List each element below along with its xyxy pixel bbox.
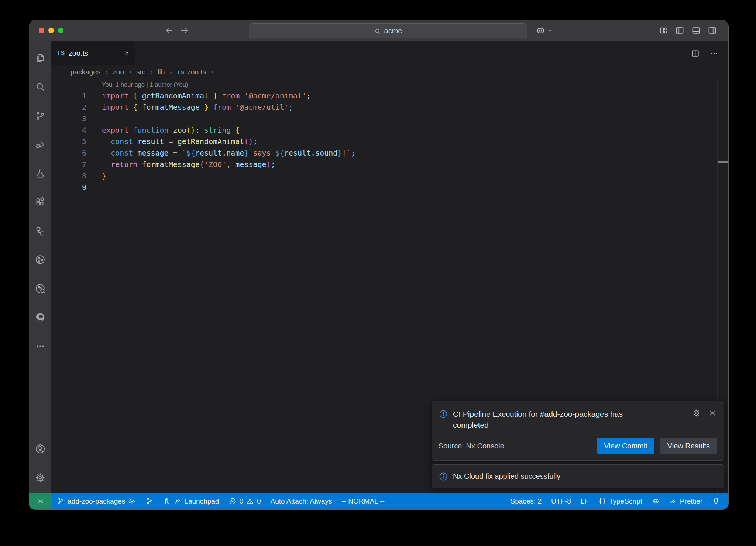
toggle-panel-icon[interactable] (691, 25, 701, 35)
accounts-icon (35, 443, 46, 454)
customize-layout-icon[interactable] (659, 25, 669, 35)
explorer-icon (35, 52, 46, 64)
toggle-primary-sidebar-icon[interactable] (675, 25, 685, 35)
eol-item[interactable]: LF (576, 493, 594, 509)
close-notification-icon[interactable] (708, 409, 717, 417)
activity-item-search[interactable] (29, 72, 51, 101)
activity-item-explorer[interactable] (29, 44, 51, 72)
notification-source: Source: Nx Console (439, 442, 504, 450)
language-item[interactable]: {}TypeScript (594, 493, 647, 509)
encoding-item[interactable]: UTF-8 (546, 493, 576, 509)
code-line-7[interactable]: 7 return formatMessage('ZOO', message); (51, 159, 728, 170)
forward-arrow-icon[interactable] (180, 26, 189, 35)
more-actions-icon[interactable] (709, 49, 719, 58)
gitlens-blame-annotation[interactable]: You, 1 hour ago | 1 author (You) (51, 79, 728, 90)
code-line-1[interactable]: 1import { getRandomAnimal } from '@acme/… (51, 90, 728, 102)
chevron-down-icon (547, 28, 553, 34)
notification-message: CI Pipeline Execution for #add-zoo-packa… (453, 409, 654, 431)
commit-graph-icon (145, 497, 153, 505)
line-number[interactable]: 8 (51, 170, 86, 182)
line-number[interactable]: 9 (51, 182, 86, 193)
split-editor-icon[interactable] (691, 49, 700, 58)
line-number[interactable]: 5 (51, 136, 86, 147)
breadcrumb-item-zoo[interactable]: zoo (113, 68, 124, 76)
toggle-secondary-sidebar-icon[interactable] (707, 25, 717, 35)
code-line-3[interactable]: 3 (51, 113, 728, 124)
line-number[interactable]: 7 (51, 159, 86, 170)
command-center-search[interactable]: acme (249, 23, 527, 38)
tab-bar: TS zoo.ts (51, 41, 728, 65)
breadcrumb-item-lib[interactable]: lib (158, 68, 165, 76)
notifications-bell-item[interactable] (707, 493, 725, 509)
status-label: Auto Attach: Always (271, 497, 332, 505)
code-line-8[interactable]: 8} (51, 170, 728, 182)
chevron-right-icon (127, 69, 133, 75)
breadcrumb-item--[interactable]: ... (218, 68, 224, 76)
close-window-button[interactable] (39, 28, 44, 33)
code-line-9[interactable]: 9 (51, 182, 728, 193)
notification-message: Nx Cloud fix applied successfully (453, 472, 560, 481)
breadcrumb-item-packages[interactable]: packages (71, 68, 100, 76)
vim-mode-item[interactable]: -- NORMAL -- (337, 493, 389, 509)
chevron-right-icon (104, 69, 109, 75)
copilot-menu[interactable] (536, 20, 553, 41)
plug-icon (173, 497, 181, 505)
line-number[interactable]: 6 (51, 147, 86, 159)
extensions-icon (35, 197, 46, 208)
activity-item-testing[interactable] (29, 159, 51, 188)
back-arrow-icon[interactable] (165, 26, 174, 35)
overview-ruler-marker (718, 161, 728, 163)
code-line-5[interactable]: 5 const result = getRandomAnimal(); (51, 136, 728, 147)
copilot-item[interactable] (647, 493, 664, 509)
remote-indicator[interactable] (29, 493, 52, 509)
status-label: add-zoo-packages (68, 497, 125, 505)
activity-item-gitlens[interactable] (29, 245, 51, 274)
zoom-window-button[interactable] (58, 28, 63, 33)
nx-cloud-notification: Nx Cloud fix applied successfully (432, 464, 724, 488)
breadcrumb-item-src[interactable]: src (136, 68, 145, 76)
double-check-icon (669, 497, 677, 505)
activity-item-run-and-debug[interactable] (29, 130, 51, 159)
activity-bar (29, 41, 51, 493)
error-icon (228, 497, 236, 505)
line-number[interactable]: 2 (51, 102, 86, 113)
tab-zoo-ts[interactable]: TS zoo.ts (51, 41, 135, 65)
edge-tools-icon (35, 312, 46, 323)
rocket-icon (163, 497, 171, 505)
view-commit-button[interactable]: View Commit (597, 438, 654, 454)
code-line-4[interactable]: 4export function zoo(): string { (51, 124, 728, 136)
auto-attach-item[interactable]: Auto Attach: Always (266, 493, 337, 509)
status-label: LF (581, 497, 589, 505)
git-branch-item[interactable]: add-zoo-packages (52, 493, 141, 509)
activity-item-source-control[interactable] (29, 101, 51, 130)
chevron-right-icon (209, 69, 215, 75)
line-number[interactable]: 3 (51, 113, 86, 124)
minimize-window-button[interactable] (48, 28, 54, 33)
formatter-item[interactable]: Prettier (664, 493, 707, 509)
status-label: 0 (239, 497, 243, 505)
activity-item-edge-tools[interactable] (29, 303, 51, 332)
indentation-item[interactable]: Spaces: 2 (505, 493, 546, 509)
line-number[interactable]: 1 (51, 90, 86, 102)
activity-item-extensions[interactable] (29, 188, 51, 216)
chevron-right-icon (149, 69, 154, 75)
source-control-graph-item[interactable] (141, 493, 158, 509)
problems-item[interactable]: 00 (224, 493, 265, 509)
view-results-button[interactable]: View Results (660, 438, 717, 454)
activity-item-nx-console[interactable] (29, 216, 51, 245)
code-line-6[interactable]: 6 const message = `${result.name} says $… (51, 147, 728, 159)
activity-item-additional-views[interactable] (29, 332, 51, 361)
breadcrumb-item-zoo-ts[interactable]: TSzoo.ts (177, 68, 206, 76)
launchpad-item[interactable]: Launchpad (158, 493, 224, 509)
close-tab-icon[interactable] (123, 50, 130, 57)
line-number[interactable]: 4 (51, 124, 86, 136)
notification-settings-icon[interactable] (692, 409, 701, 417)
typescript-file-icon: TS (177, 69, 184, 75)
breadcrumb: packageszoosrclibTSzoo.ts... (51, 65, 728, 79)
activity-item-accounts[interactable] (29, 434, 51, 463)
code-line-2[interactable]: 2import { formatMessage } from '@acme/ut… (51, 102, 728, 113)
layout-controls (659, 20, 717, 41)
activity-item-gitlens-inspect[interactable] (29, 274, 51, 303)
activity-item-manage[interactable] (29, 463, 51, 492)
typescript-file-icon: TS (56, 50, 65, 57)
